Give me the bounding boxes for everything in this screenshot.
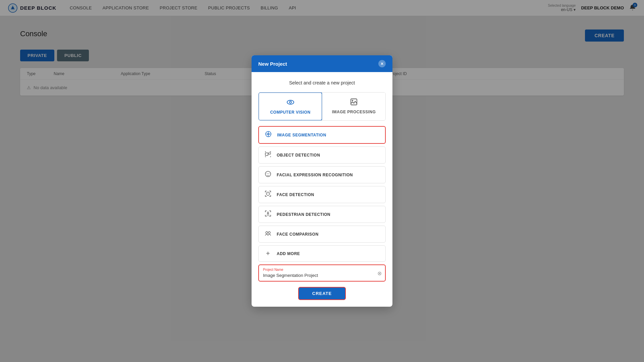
option-facial-expression[interactable]: FACIAL EXPRESSION RECOGNITION	[258, 166, 386, 183]
option-face-detection-label: FACE DETECTION	[277, 192, 314, 197]
project-name-field: Project Name ⊗	[258, 264, 386, 282]
option-image-segmentation[interactable]: IMAGE SEGMENTATION	[258, 126, 386, 144]
modal-type-tabs: COMPUTER VISION IMAGE PROCESSING	[258, 92, 386, 121]
modal-overlay[interactable]: New Project × Select and create a new pr…	[0, 0, 644, 362]
project-name-input[interactable]	[263, 273, 381, 278]
option-pedestrian-detection[interactable]: PEDESTRIAN DETECTION	[258, 206, 386, 223]
svg-point-14	[266, 192, 270, 195]
tab-computer-vision[interactable]: COMPUTER VISION	[258, 92, 322, 121]
svg-point-3	[287, 100, 294, 104]
modal-close-button[interactable]: ×	[378, 60, 386, 67]
face-comparison-icon	[264, 230, 272, 238]
svg-point-16	[268, 193, 269, 194]
object-detection-icon	[264, 151, 272, 159]
tab-computer-vision-label: COMPUTER VISION	[270, 110, 310, 115]
clear-input-icon[interactable]: ⊗	[377, 270, 382, 276]
svg-point-13	[269, 173, 269, 174]
option-object-detection[interactable]: OBJECT DETECTION	[258, 146, 386, 164]
image-processing-icon	[350, 98, 358, 108]
option-object-detection-label: OBJECT DETECTION	[277, 153, 320, 158]
facial-expression-icon	[264, 171, 272, 179]
tab-image-processing-label: IMAGE PROCESSING	[332, 110, 376, 114]
modal-title: New Project	[258, 61, 287, 67]
option-facial-expression-label: FACIAL EXPRESSION RECOGNITION	[277, 173, 353, 177]
svg-point-11	[265, 171, 271, 177]
pedestrian-detection-icon	[264, 210, 272, 219]
eye-icon	[286, 98, 294, 108]
option-image-segmentation-label: IMAGE SEGMENTATION	[277, 133, 326, 137]
option-face-detection[interactable]: FACE DETECTION	[258, 186, 386, 203]
svg-point-10	[269, 152, 271, 154]
option-face-comparison[interactable]: FACE COMPARISON	[258, 226, 386, 243]
svg-point-15	[267, 193, 268, 194]
modal-body: Select and create a new project COMPUTER…	[252, 72, 392, 307]
tab-image-processing[interactable]: IMAGE PROCESSING	[322, 93, 385, 120]
svg-rect-9	[265, 153, 268, 156]
option-add-more[interactable]: + ADD MORE	[258, 245, 386, 262]
option-face-comparison-label: FACE COMPARISON	[277, 232, 319, 237]
modal-create-button[interactable]: CREATE	[298, 287, 346, 300]
svg-point-12	[267, 173, 268, 174]
project-name-label: Project Name	[263, 268, 381, 272]
svg-point-18	[266, 232, 268, 234]
new-project-modal: New Project × Select and create a new pr…	[252, 55, 392, 307]
svg-point-4	[289, 101, 291, 103]
segmentation-icon	[264, 131, 272, 139]
svg-point-19	[268, 232, 270, 234]
add-more-icon: +	[264, 250, 272, 257]
face-detection-icon	[264, 190, 272, 199]
modal-subtitle: Select and create a new project	[258, 80, 386, 85]
svg-point-6	[352, 100, 353, 101]
option-add-more-label: ADD MORE	[277, 251, 300, 256]
option-pedestrian-detection-label: PEDESTRIAN DETECTION	[277, 212, 330, 217]
svg-point-17	[267, 212, 269, 213]
modal-header: New Project ×	[252, 55, 392, 72]
